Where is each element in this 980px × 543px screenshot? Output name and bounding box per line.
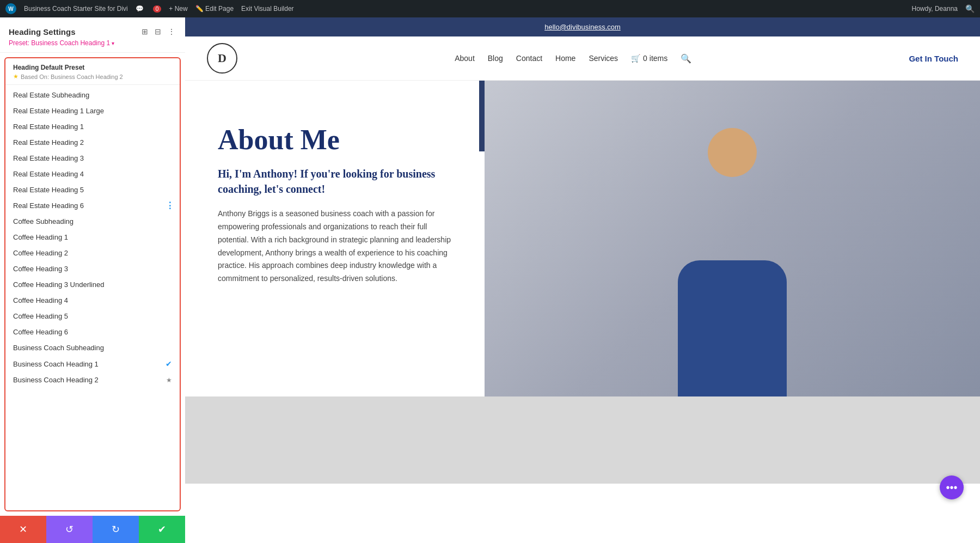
left-panel: Heading Settings ⊞ ⊟ ⋮ Preset: Business … xyxy=(0,17,185,543)
floating-action-icon: ••• xyxy=(946,481,957,494)
preset-item-label: Business Coach Heading 2 xyxy=(13,376,166,384)
preset-item-label: Real Estate Heading 2 xyxy=(13,138,172,147)
about-section: About Me Hi, I'm Anthony! If you're look… xyxy=(185,81,980,396)
preset-item-label: Coffee Heading 6 xyxy=(13,328,172,336)
star-icon: ★ xyxy=(13,73,19,80)
cart-count: 0 items xyxy=(643,54,667,63)
save-button[interactable]: ✔ xyxy=(139,516,185,543)
preset-star-icon: ★ xyxy=(166,376,172,384)
admin-bar-left: W Business Coach Starter Site for Divi 💬… xyxy=(5,3,294,14)
close-button[interactable]: ✕ xyxy=(0,516,46,543)
preset-item-business-coach-heading-2[interactable]: Business Coach Heading 2★ xyxy=(5,372,180,388)
more-icon-button[interactable]: ⋮ xyxy=(167,26,176,37)
default-preset-title: Heading Default Preset xyxy=(13,64,172,71)
howdy-text: Howdy, Deanna xyxy=(912,5,958,13)
nav-cart[interactable]: 🛒 0 items xyxy=(631,54,667,63)
close-icon: ✕ xyxy=(19,523,27,535)
undo-icon: ↺ xyxy=(65,523,74,535)
preset-item-real-estate-heading-1-large[interactable]: Real Estate Heading 1 Large xyxy=(5,103,180,119)
nav-services[interactable]: Services xyxy=(589,54,618,63)
preset-check-icon: ✔ xyxy=(166,359,172,368)
redo-button[interactable]: ↻ xyxy=(93,516,139,543)
panel-title-text: Heading Settings xyxy=(9,27,76,36)
new-button[interactable]: + New xyxy=(169,5,187,13)
based-on-text: Based On: Business Coach Heading 2 xyxy=(21,74,123,80)
preset-list-container: Heading Default Preset ★ Based On: Busin… xyxy=(4,57,181,511)
right-panel: hello@divibusiness.com D About Blog Cont… xyxy=(185,17,980,543)
admin-bar-right: Howdy, Deanna 🔍 xyxy=(912,4,975,13)
preset-item-label: Real Estate Heading 4 xyxy=(13,170,172,178)
preset-item-label: Coffee Heading 5 xyxy=(13,312,172,320)
nav-contact[interactable]: Contact xyxy=(516,54,542,63)
preset-item-label: Business Coach Heading 1 xyxy=(13,360,166,368)
about-body-text: Anthony Briggs is a seasoned business co… xyxy=(218,208,452,285)
preset-item-label: Real Estate Heading 1 xyxy=(13,123,172,131)
preset-selector[interactable]: Preset: Business Coach Heading 1 ▾ xyxy=(9,39,176,47)
preset-item-label: Real Estate Heading 1 Large xyxy=(13,107,172,115)
preset-item-real-estate-heading-5[interactable]: Real Estate Heading 5 xyxy=(5,182,180,198)
admin-bar: W Business Coach Starter Site for Divi 💬… xyxy=(0,0,980,17)
site-email-link[interactable]: hello@divibusiness.com xyxy=(544,23,621,31)
split-icon-button[interactable]: ⊟ xyxy=(154,26,162,37)
preset-item-label: Real Estate Subheading xyxy=(13,91,172,99)
edit-page-link[interactable]: ✏️ Edit Page xyxy=(195,5,234,13)
comments-icon[interactable]: 💬 xyxy=(136,5,144,13)
preset-item-label: Coffee Heading 1 xyxy=(13,233,172,241)
nav-about[interactable]: About xyxy=(455,54,475,63)
preset-item-real-estate-heading-3[interactable]: Real Estate Heading 3 xyxy=(5,150,180,166)
about-image-column xyxy=(479,81,980,396)
preset-item-coffee-heading-2[interactable]: Coffee Heading 2 xyxy=(5,245,180,261)
preset-item-label: Coffee Heading 2 xyxy=(13,249,172,257)
preset-item-coffee-subheading[interactable]: Coffee Subheading xyxy=(5,213,180,229)
preset-item-real-estate-heading-6[interactable]: Real Estate Heading 6⋮ xyxy=(5,198,180,213)
preset-list: Real Estate SubheadingReal Estate Headin… xyxy=(5,85,180,390)
site-email-bar: hello@divibusiness.com xyxy=(185,17,980,36)
nav-links: About Blog Contact Home Services 🛒 0 ite… xyxy=(455,53,691,64)
comment-count-badge: 0 xyxy=(153,5,162,13)
preset-label-text: Preset: Business Coach Heading 1 xyxy=(9,39,110,47)
floating-action-button[interactable]: ••• xyxy=(940,475,964,499)
preset-dots-icon[interactable]: ⋮ xyxy=(166,200,174,211)
preset-item-label: Business Coach Subheading xyxy=(13,344,172,352)
preset-item-coffee-heading-1[interactable]: Coffee Heading 1 xyxy=(5,229,180,245)
layout-icon-button[interactable]: ⊞ xyxy=(140,26,149,37)
preset-item-real-estate-heading-4[interactable]: Real Estate Heading 4 xyxy=(5,166,180,182)
undo-button[interactable]: ↺ xyxy=(46,516,93,543)
preset-item-label: Real Estate Heading 5 xyxy=(13,186,172,194)
save-icon: ✔ xyxy=(158,523,166,535)
site-name-link[interactable]: Business Coach Starter Site for Divi xyxy=(24,5,128,13)
preset-item-business-coach-heading-1[interactable]: Business Coach Heading 1✔ xyxy=(5,356,180,372)
admin-search-icon[interactable]: 🔍 xyxy=(965,4,975,13)
default-preset-section: Heading Default Preset ★ Based On: Busin… xyxy=(5,58,180,85)
preset-item-label: Coffee Heading 3 Underlined xyxy=(13,280,172,289)
main-layout: Heading Settings ⊞ ⊟ ⋮ Preset: Business … xyxy=(0,17,980,543)
nav-blog[interactable]: Blog xyxy=(488,54,503,63)
nav-cta[interactable]: Get In Touch xyxy=(909,54,958,63)
preset-item-coffee-heading-3-underlined[interactable]: Coffee Heading 3 Underlined xyxy=(5,277,180,292)
preset-item-coffee-heading-4[interactable]: Coffee Heading 4 xyxy=(5,292,180,308)
bottom-bar: ✕ ↺ ↻ ✔ xyxy=(0,516,185,543)
exit-visual-builder-link[interactable]: Exit Visual Builder xyxy=(241,5,294,13)
about-person-image xyxy=(485,81,980,396)
site-logo[interactable]: D xyxy=(207,43,237,74)
preset-item-coffee-heading-5[interactable]: Coffee Heading 5 xyxy=(5,308,180,324)
default-preset-based: ★ Based On: Business Coach Heading 2 xyxy=(13,73,172,80)
preset-item-label: Coffee Heading 3 xyxy=(13,265,172,273)
edit-icon: ✏️ xyxy=(195,5,204,13)
panel-title-icons: ⊞ ⊟ ⋮ xyxy=(140,26,176,37)
cart-icon: 🛒 xyxy=(631,54,640,63)
preset-item-label: Coffee Heading 4 xyxy=(13,296,172,304)
person-figure xyxy=(485,81,980,396)
wp-logo-icon[interactable]: W xyxy=(5,3,16,14)
preset-item-business-coach-subheading[interactable]: Business Coach Subheading xyxy=(5,340,180,356)
preset-item-real-estate-subheading[interactable]: Real Estate Subheading xyxy=(5,87,180,103)
preset-item-real-estate-heading-2[interactable]: Real Estate Heading 2 xyxy=(5,135,180,150)
panel-header: Heading Settings ⊞ ⊟ ⋮ Preset: Business … xyxy=(0,17,185,53)
nav-home[interactable]: Home xyxy=(555,54,575,63)
person-body xyxy=(678,260,787,396)
preset-item-real-estate-heading-1[interactable]: Real Estate Heading 1 xyxy=(5,119,180,135)
nav-search-button[interactable]: 🔍 xyxy=(681,53,691,64)
preset-item-coffee-heading-6[interactable]: Coffee Heading 6 xyxy=(5,324,180,340)
person-head xyxy=(708,128,757,177)
preset-item-coffee-heading-3[interactable]: Coffee Heading 3 xyxy=(5,261,180,277)
